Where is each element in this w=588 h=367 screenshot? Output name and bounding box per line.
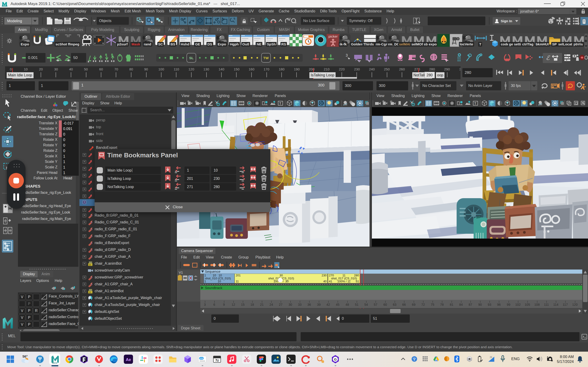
svg-text:93: 93 [488, 303, 491, 307]
svg-text:110: 110 [174, 67, 179, 71]
svg-text:240: 240 [369, 67, 375, 71]
svg-text:T: T [279, 102, 281, 105]
svg-text:Ae: Ae [126, 357, 131, 362]
svg-text:20: 20 [39, 67, 43, 71]
svg-text:87: 87 [468, 303, 472, 307]
svg-text:15: 15 [241, 303, 245, 307]
svg-text:75: 75 [431, 303, 434, 307]
svg-text:S: S [112, 54, 112, 56]
svg-text:114: 114 [553, 303, 559, 307]
svg-text:51: 51 [355, 303, 359, 307]
svg-text:90: 90 [478, 303, 482, 307]
svg-text:40: 40 [69, 67, 73, 71]
svg-text:260: 260 [399, 67, 405, 71]
svg-text:27: 27 [279, 303, 283, 307]
svg-text:108: 108 [534, 303, 540, 307]
svg-text:3: 3 [204, 303, 206, 307]
svg-text:S: S [106, 54, 107, 56]
svg-text:90: 90 [144, 67, 148, 71]
svg-text:81: 81 [450, 303, 453, 307]
svg-text:160: 160 [249, 67, 254, 71]
svg-text:10: 10 [24, 67, 28, 71]
svg-text:3: 3 [346, 53, 348, 57]
svg-text:42: 42 [326, 303, 330, 307]
svg-text:270: 270 [414, 67, 420, 71]
svg-text:7z: 7z [216, 359, 219, 362]
svg-text:39: 39 [317, 303, 321, 307]
svg-text:63: 63 [393, 303, 397, 307]
svg-text:picker: picker [329, 34, 338, 38]
svg-text:36: 36 [307, 303, 311, 307]
svg-text:26: 26 [490, 356, 493, 359]
svg-text:210: 210 [324, 67, 329, 71]
svg-text:50: 50 [84, 67, 88, 71]
svg-text:111: 111 [544, 303, 549, 307]
svg-text:18: 18 [250, 303, 254, 307]
svg-text:130: 130 [203, 67, 209, 71]
svg-text:170: 170 [263, 67, 269, 71]
svg-text:140: 140 [218, 67, 224, 71]
svg-text:30: 30 [288, 303, 292, 307]
svg-text:12: 12 [232, 303, 235, 307]
svg-text:21: 21 [260, 303, 264, 307]
svg-text:230: 230 [354, 67, 360, 71]
svg-text:24: 24 [269, 303, 273, 307]
svg-text:G: G [334, 357, 337, 361]
svg-text:one: one [199, 357, 203, 359]
svg-text:9: 9 [223, 303, 225, 307]
svg-text:300: 300 [459, 67, 460, 71]
svg-text:117: 117 [563, 303, 568, 307]
svg-text:72: 72 [421, 303, 425, 307]
svg-text:45: 45 [336, 303, 339, 307]
svg-text:190: 190 [294, 67, 300, 71]
svg-text:ℰ: ℰ [546, 55, 550, 61]
svg-text:80: 80 [129, 67, 133, 71]
svg-text:99: 99 [507, 303, 510, 307]
svg-text:69: 69 [412, 303, 415, 307]
svg-text:MAYA: MAYA [52, 362, 57, 364]
svg-text:105: 105 [525, 303, 530, 307]
svg-text:120: 120 [572, 303, 578, 307]
svg-text:33: 33 [298, 303, 302, 307]
svg-text:200: 200 [309, 67, 314, 71]
svg-text:66: 66 [402, 303, 406, 307]
svg-text:220: 220 [339, 67, 345, 71]
svg-text:78: 78 [440, 303, 444, 307]
svg-text:54: 54 [364, 303, 368, 307]
svg-text:30: 30 [54, 67, 58, 71]
svg-text:100: 100 [158, 67, 164, 71]
svg-text:96: 96 [497, 303, 501, 307]
svg-text:57: 57 [374, 303, 377, 307]
svg-text:150: 150 [233, 67, 239, 71]
svg-text:250: 250 [384, 67, 389, 71]
svg-text:84: 84 [459, 303, 463, 307]
svg-text:60: 60 [99, 67, 103, 71]
svg-text:180: 180 [279, 67, 284, 71]
svg-text:290: 290 [444, 67, 450, 71]
svg-text:60: 60 [383, 303, 387, 307]
svg-text:6: 6 [213, 303, 215, 307]
svg-text:48: 48 [346, 303, 349, 307]
svg-text:280: 280 [429, 67, 435, 71]
svg-text:102: 102 [515, 303, 521, 307]
svg-text:0: 0 [10, 67, 12, 71]
svg-text:70: 70 [114, 67, 118, 71]
svg-text:56°: 56° [23, 354, 28, 358]
svg-text:T: T [474, 102, 476, 105]
svg-text:120: 120 [188, 67, 194, 71]
